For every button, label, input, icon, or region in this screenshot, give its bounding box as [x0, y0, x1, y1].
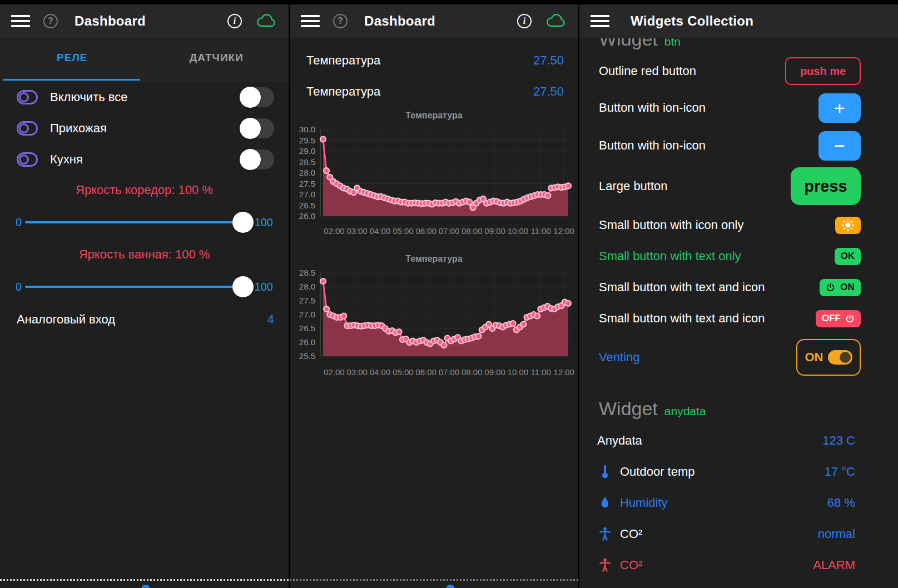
svg-text:09:00: 09:00: [484, 367, 505, 377]
on-button[interactable]: ON: [820, 279, 861, 296]
push-me-button[interactable]: push me: [785, 57, 861, 85]
power-icon: [826, 283, 835, 292]
switch-kitchen-toggle[interactable]: [240, 149, 274, 170]
svg-text:04:00: 04:00: [370, 367, 391, 377]
slider-max: 100: [255, 281, 273, 293]
svg-text:08:00: 08:00: [462, 226, 483, 236]
slider-label-corridor: Яркость коредор: 100 %: [0, 175, 289, 205]
switch-label: Кухня: [50, 152, 240, 167]
slider-bath: 0 100: [0, 270, 289, 304]
svg-text:06:00: 06:00: [415, 367, 436, 377]
info-icon[interactable]: i: [517, 14, 532, 28]
switch-hallway-toggle[interactable]: [240, 118, 274, 139]
svg-text:07:00: 07:00: [439, 226, 460, 236]
page-title: Dashboard: [364, 13, 435, 29]
person-icon: [597, 527, 613, 541]
minus-button[interactable]: −: [818, 131, 861, 161]
active-tab-indicator: [3, 79, 140, 81]
svg-text:28.0: 28.0: [299, 168, 315, 177]
analog-input-value: 4: [267, 312, 274, 327]
section-heading-anydata: Widget anydata: [579, 381, 898, 425]
svg-text:26.0: 26.0: [299, 211, 315, 221]
temperature-row: Температура 27.50: [290, 45, 578, 76]
droplet-icon: [597, 496, 613, 510]
person-icon: [597, 558, 613, 572]
svg-text:11:00: 11:00: [530, 367, 550, 377]
temperature-chart-1: 30.029.529.028.528.027.527.026.526.002:0…: [291, 123, 578, 244]
svg-text:06:00: 06:00: [415, 226, 436, 236]
tab-sensors[interactable]: ДАТЧИКИ: [145, 38, 289, 82]
data-row-anydata: Anydata 123 C: [579, 425, 898, 456]
svg-text:02:00: 02:00: [324, 226, 345, 236]
analog-input-row: Аналоговый вход 4: [0, 304, 289, 335]
svg-text:03:00: 03:00: [346, 367, 368, 377]
menu-icon[interactable]: [301, 12, 320, 30]
svg-text:28.5: 28.5: [299, 268, 315, 277]
svg-text:05:00: 05:00: [393, 226, 414, 236]
ok-button[interactable]: OK: [835, 248, 861, 265]
switch-all-toggle[interactable]: [240, 87, 274, 108]
help-icon[interactable]: ?: [43, 14, 58, 28]
svg-text:09:00: 09:00: [484, 226, 505, 236]
slider-corridor-track[interactable]: [25, 211, 251, 233]
tab-bar: РЕЛЕ ДАТЧИКИ: [0, 38, 289, 82]
svg-text:12:00: 12:00: [553, 367, 574, 377]
widget-row: Small button with text and icon ON: [579, 272, 898, 303]
temperature-value: 27.50: [533, 84, 564, 99]
widget-row: Large button press: [579, 165, 898, 207]
venting-toggle-button[interactable]: ON: [796, 339, 861, 376]
info-icon[interactable]: i: [227, 14, 242, 28]
help-icon[interactable]: ?: [333, 14, 348, 28]
svg-text:26.5: 26.5: [299, 201, 315, 210]
widget-divider: [290, 579, 578, 581]
data-row-humidity: Humidity 68 %: [579, 487, 898, 519]
slider-bath-knob[interactable]: [232, 276, 254, 297]
svg-text:26.0: 26.0: [299, 337, 315, 347]
temperature-value: 27.50: [533, 53, 564, 68]
analog-input-label: Аналоговый вход: [17, 312, 267, 327]
svg-text:03:00: 03:00: [346, 226, 368, 236]
svg-text:05:00: 05:00: [393, 367, 414, 377]
plus-button[interactable]: +: [818, 93, 861, 123]
menu-icon[interactable]: [591, 12, 609, 30]
data-row-co2-normal: CO² normal: [579, 519, 898, 550]
switch-label: Прихожая: [50, 121, 240, 136]
slider-corridor-knob[interactable]: [232, 212, 254, 233]
switch-label: Включить все: [50, 90, 240, 104]
switch-row-kitchen: Кухня: [0, 144, 289, 175]
slider-bath-track[interactable]: [25, 276, 251, 298]
svg-text:30.0: 30.0: [299, 124, 315, 134]
cloud-icon[interactable]: [546, 14, 566, 28]
menu-icon[interactable]: [11, 12, 30, 30]
svg-text:10:00: 10:00: [508, 367, 529, 377]
svg-text:28.5: 28.5: [299, 157, 315, 167]
svg-text:10:00: 10:00: [508, 226, 529, 236]
clipped-section-heading: Widgetbtn: [579, 38, 898, 53]
tab-relays[interactable]: РЕЛЕ: [0, 38, 145, 82]
thermometer-icon: [597, 465, 613, 479]
svg-text:08:00: 08:00: [462, 367, 483, 377]
svg-text:29.5: 29.5: [299, 136, 315, 145]
svg-text:27.5: 27.5: [299, 179, 315, 188]
widget-row-venting: Venting ON: [579, 334, 898, 381]
toggle-outline-icon: [17, 152, 38, 167]
svg-text:04:00: 04:00: [370, 226, 391, 236]
slider-min: 0: [16, 281, 22, 293]
venting-switch[interactable]: [828, 350, 852, 365]
slider-label-bath: Яркость ванная: 100 %: [0, 240, 289, 270]
widget-row: Small button with text only OK: [579, 241, 898, 272]
press-button[interactable]: press: [791, 167, 861, 205]
clipped-content-fragment: [142, 585, 150, 588]
widget-divider: [0, 579, 289, 581]
power-icon: [845, 314, 855, 323]
panel-widgets-collection: Widgets Collection Widgetbtn Outline red…: [578, 4, 898, 588]
slider-min: 0: [16, 216, 22, 229]
switch-row-hallway: Прихожая: [0, 113, 289, 144]
widget-row: Small button with text and icon OFF: [579, 303, 898, 334]
cloud-icon[interactable]: [256, 14, 276, 28]
off-button[interactable]: OFF: [816, 310, 861, 327]
temperature-row: Температура 27.50: [290, 76, 578, 107]
sun-icon-button[interactable]: [835, 217, 861, 234]
toolbar: ? Dashboard i: [0, 4, 289, 38]
widget-row: Small button with icon only: [579, 210, 898, 241]
